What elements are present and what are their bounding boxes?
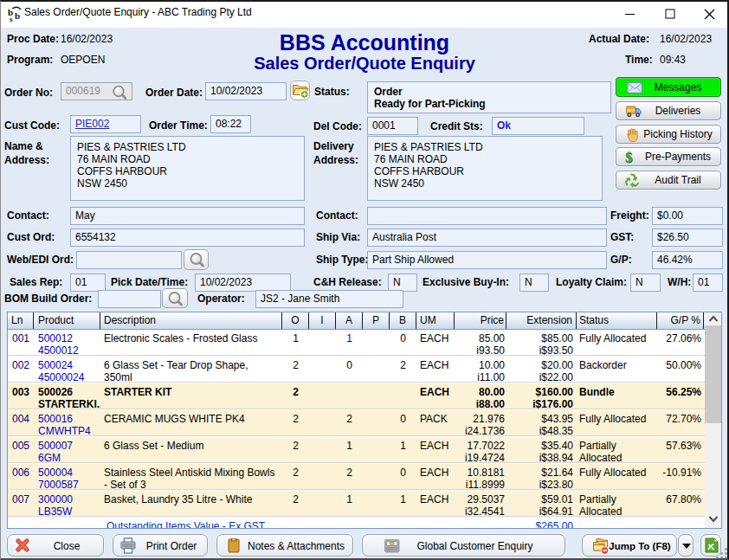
svg-text:b: b — [15, 10, 20, 21]
svg-text:s: s — [10, 15, 13, 23]
